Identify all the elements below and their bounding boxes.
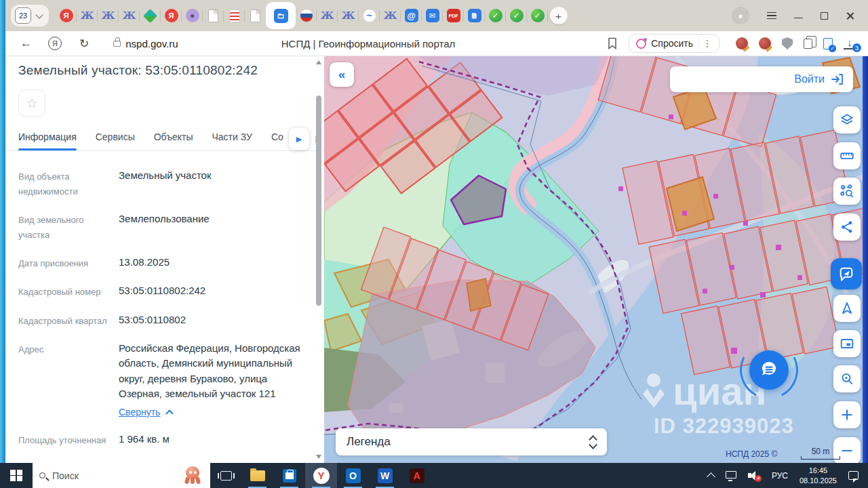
- tab-pdf[interactable]: PDF: [443, 2, 464, 29]
- taskbar-acrobat[interactable]: A: [401, 463, 433, 488]
- alice-ask-button[interactable]: Спросить ⋮: [629, 34, 719, 53]
- minimize-button[interactable]: [794, 13, 803, 18]
- browser-tabstrip: 23 Я Ж Ж Ж Я ● 🗀 Ж Ж ~ Ж @ ✉ PDF 🗎 ✓ ✓ ✓…: [5, 0, 868, 31]
- tab-yandex[interactable]: Я: [56, 2, 77, 29]
- close-button[interactable]: [846, 12, 854, 20]
- locate-button[interactable]: [833, 295, 861, 322]
- clock[interactable]: 16:45 08.10.2025: [800, 466, 837, 486]
- tray-expand-icon[interactable]: [707, 472, 715, 481]
- object-search-button[interactable]: [833, 178, 861, 205]
- tab-document[interactable]: [203, 2, 224, 29]
- lock-icon[interactable]: [113, 41, 121, 47]
- legend-panel[interactable]: Легенда: [336, 428, 607, 455]
- favorite-star-button[interactable]: ☆: [18, 89, 45, 117]
- address-value: Российская Федерация, Новгородская облас…: [119, 342, 300, 400]
- tab-composition[interactable]: Состав: [271, 131, 283, 150]
- clipboard-extension-icon[interactable]: [804, 39, 812, 49]
- taskbar-outlook[interactable]: O: [337, 463, 369, 488]
- tabs-scroll-right-button[interactable]: ▶: [289, 128, 309, 150]
- tab-gov[interactable]: Ж: [119, 2, 140, 29]
- signature-extension-icon[interactable]: [759, 37, 771, 49]
- tab-profile[interactable]: ●: [182, 2, 203, 29]
- tab-document[interactable]: [245, 2, 266, 29]
- windows-logo-icon: [10, 470, 22, 482]
- panel-collapse-button[interactable]: «: [330, 62, 354, 87]
- outlook-icon: O: [346, 468, 361, 483]
- shield-extension-icon[interactable]: [782, 37, 793, 49]
- tab-gov[interactable]: Ж: [98, 2, 119, 29]
- tab-yandex[interactable]: Я: [161, 2, 182, 29]
- tab-swoosh[interactable]: ~: [359, 2, 380, 29]
- area-search-button[interactable]: [833, 365, 861, 392]
- map-canvas[interactable]: циан ID 322939023 « Войти: [324, 56, 868, 463]
- tab-flag[interactable]: [296, 2, 317, 29]
- tab-nspd-active[interactable]: 🗀: [266, 2, 296, 29]
- tab-sber[interactable]: ✓: [485, 2, 506, 29]
- browser-menu-button[interactable]: [767, 12, 776, 20]
- tab-gov[interactable]: Ж: [380, 2, 401, 29]
- language-indicator[interactable]: РУС: [772, 471, 788, 481]
- taskbar-word[interactable]: W: [369, 463, 401, 488]
- yandex-home-button[interactable]: Я: [48, 37, 62, 50]
- taskbar-search[interactable]: Поиск: [33, 463, 210, 488]
- taskbar-file-explorer[interactable]: [241, 463, 273, 488]
- yandex-icon: Я: [165, 9, 178, 22]
- tab-bluedoc[interactable]: 🗎: [464, 2, 485, 29]
- downloads-badge: 3: [852, 43, 861, 52]
- yandex-icon: Я: [60, 9, 73, 22]
- tab-gov[interactable]: Ж: [317, 2, 338, 29]
- panel-scrollbar[interactable]: [315, 58, 322, 462]
- login-icon: [831, 73, 844, 86]
- page-scrollbar[interactable]: [863, 56, 868, 463]
- chat-button[interactable]: [749, 350, 789, 390]
- maximize-button[interactable]: [821, 12, 828, 20]
- tab-counter[interactable]: 23: [11, 5, 49, 26]
- page-title: НСПД | Геоинформационный портал: [256, 38, 480, 49]
- more-options-icon[interactable]: ⋮: [698, 38, 712, 49]
- field-row: Площадь уточненная 1 964 кв. м: [18, 432, 324, 448]
- login-bar[interactable]: Войти: [670, 66, 853, 92]
- tab-mailru[interactable]: @: [401, 2, 422, 29]
- scroll-up-arrow[interactable]: [316, 60, 321, 64]
- volume-muted-icon[interactable]: ✕: [748, 471, 760, 481]
- profile-avatar[interactable]: ●: [732, 7, 749, 24]
- doc-check-extension-icon[interactable]: [823, 38, 833, 49]
- scrollbar-thumb[interactable]: [316, 96, 321, 306]
- tab-parts[interactable]: Части ЗУ: [212, 131, 252, 150]
- collapse-link[interactable]: Свернуть: [119, 405, 172, 420]
- ruler-button[interactable]: [833, 142, 861, 169]
- tab-objects[interactable]: Объекты: [154, 131, 193, 150]
- new-tab-button[interactable]: +: [548, 2, 569, 29]
- tab-mail[interactable]: ✉: [422, 2, 443, 29]
- taskbar-yandex-browser[interactable]: Y: [305, 463, 337, 488]
- tab-geo[interactable]: [140, 2, 161, 29]
- scroll-down-arrow[interactable]: [316, 455, 321, 459]
- parcel-title: Земельный участок: 53:05:0110802:242: [18, 63, 324, 78]
- network-icon[interactable]: [726, 471, 736, 479]
- signature-extension-icon[interactable]: [736, 37, 748, 49]
- zoom-in-button[interactable]: [833, 401, 861, 428]
- start-button[interactable]: [0, 463, 33, 488]
- share-button[interactable]: [833, 214, 861, 241]
- tab-information[interactable]: Информация: [18, 131, 77, 150]
- downloads-button[interactable]: ↓3: [844, 37, 856, 49]
- url-text[interactable]: nspd.gov.ru: [125, 38, 178, 49]
- tab-gov[interactable]: Ж: [77, 2, 98, 29]
- tab-gov[interactable]: Ж: [338, 2, 359, 29]
- tab-services[interactable]: Сервисы: [96, 131, 135, 150]
- reload-button[interactable]: ↻: [79, 37, 89, 51]
- taskbar-ms-store[interactable]: [273, 463, 305, 488]
- legend-expander-icon[interactable]: [590, 436, 596, 448]
- bookmark-flag-icon[interactable]: [607, 37, 618, 49]
- document-icon: [250, 9, 260, 22]
- tab-document-red[interactable]: [224, 2, 245, 29]
- search-icon: [39, 472, 45, 479]
- layers-button[interactable]: [833, 106, 861, 134]
- action-center-icon[interactable]: [848, 471, 859, 480]
- back-button[interactable]: ←: [20, 37, 32, 50]
- tab-sber[interactable]: ✓: [506, 2, 527, 29]
- task-view-button[interactable]: [210, 463, 241, 488]
- tab-sber[interactable]: ✓: [527, 2, 548, 29]
- overview-frame-button[interactable]: [833, 330, 861, 357]
- feedback-active-button[interactable]: [831, 258, 862, 289]
